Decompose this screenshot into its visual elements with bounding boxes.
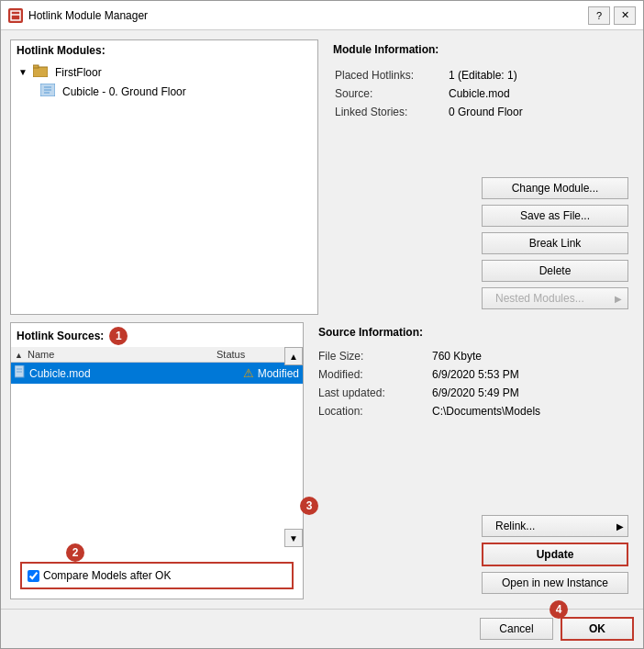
linked-stories-label: Linked Stories:	[335, 106, 445, 118]
tree-item-firstfloor[interactable]: ▼ FirstFloor	[15, 62, 314, 82]
badge-1: 1	[109, 327, 128, 345]
source-info-header: Source Information:	[313, 322, 634, 341]
change-module-button[interactable]: Change Module...	[482, 177, 628, 199]
badge-2: 2	[66, 543, 84, 562]
module-icon	[40, 84, 55, 99]
badge-4: 4	[550, 600, 568, 619]
relink-label: Relink...	[495, 520, 535, 532]
hotlink-modules-header: Hotlink Modules:	[11, 40, 317, 59]
footer-bar: 4 Cancel OK	[1, 609, 643, 648]
hotlink-modules-panel: Hotlink Modules: ▼ FirstFloor	[10, 39, 318, 315]
source-file-icon	[15, 365, 26, 381]
svg-rect-3	[33, 65, 39, 68]
placed-hotlinks-value: 1 (Editable: 1)	[449, 69, 627, 82]
source-action-buttons: 3 Relink... ▶ Update Open in new Instanc…	[313, 509, 634, 599]
filesize-value: 760 Kbyte	[432, 350, 628, 363]
modules-tree: ▼ FirstFloor	[11, 59, 317, 314]
app-icon	[8, 8, 23, 23]
module-info-header: Module Information:	[328, 39, 634, 58]
module-action-buttons: Change Module... Save as File... Break L…	[328, 172, 634, 315]
last-updated-label: Last updated:	[318, 386, 428, 399]
source-row-cubicle[interactable]: Cubicle.mod ⚠ Modified	[11, 363, 303, 384]
last-updated-value: 6/9/2020 5:49 PM	[432, 386, 628, 399]
main-content: Hotlink Modules: ▼ FirstFloor	[1, 30, 643, 609]
cubicle-label: Cubicle - 0. Ground Floor	[62, 85, 186, 98]
svg-rect-0	[11, 11, 20, 20]
help-button[interactable]: ?	[588, 6, 610, 25]
filesize-label: File Size:	[318, 350, 428, 363]
source-name: Cubicle.mod	[29, 367, 243, 380]
nested-modules-button[interactable]: Nested Modules... ▶	[482, 287, 628, 309]
badge-3: 3	[300, 497, 318, 515]
cancel-button[interactable]: Cancel	[480, 618, 553, 640]
scroll-down-arrow[interactable]: ▼	[284, 529, 303, 547]
svg-rect-2	[33, 67, 48, 77]
window-title: Hotlink Module Manager	[28, 9, 583, 22]
tree-item-cubicle[interactable]: Cubicle - 0. Ground Floor	[15, 82, 314, 101]
source-info-grid: File Size: 760 Kbyte Modified: 6/9/2020 …	[313, 344, 634, 423]
compare-models-label[interactable]: Compare Models after OK	[43, 569, 171, 582]
firstfloor-label: FirstFloor	[55, 66, 102, 79]
location-value: C:\Documents\Models	[432, 405, 628, 418]
name-column-header: ▲ Name	[15, 349, 217, 360]
save-as-file-button[interactable]: Save as File...	[482, 205, 628, 227]
chevron-right-icon: ▶	[615, 294, 622, 304]
top-panels: Hotlink Modules: ▼ FirstFloor	[10, 39, 634, 315]
sources-table-body: Cubicle.mod ⚠ Modified	[11, 363, 303, 553]
sources-table-header: ▲ Name Status	[11, 347, 303, 363]
nested-modules-label: Nested Modules...	[495, 292, 584, 305]
sort-up-icon: ▲	[15, 351, 23, 360]
source-info-section: Source Information: File Size: 760 Kbyte…	[313, 322, 634, 599]
update-button[interactable]: Update	[482, 543, 628, 566]
chevron-down-icon: ▼	[18, 67, 29, 77]
scroll-up-arrow[interactable]: ▲	[284, 347, 303, 365]
open-new-instance-button[interactable]: Open in new Instance	[482, 572, 628, 594]
modified-label: Modified:	[318, 368, 428, 381]
compare-checkbox-container: Compare Models after OK	[20, 562, 294, 589]
window-controls: ? ✕	[588, 6, 636, 25]
placed-hotlinks-label: Placed Hotlinks:	[335, 69, 445, 82]
delete-button[interactable]: Delete	[482, 260, 628, 282]
source-status: Modified	[258, 367, 299, 380]
source-value: Cubicle.mod	[449, 87, 627, 100]
hotlink-sources-panel: Hotlink Sources: 1 ▲ ▲ Name Status	[10, 322, 304, 599]
relink-button[interactable]: Relink... ▶	[482, 515, 628, 537]
location-label: Location:	[318, 405, 428, 418]
source-label: Source:	[335, 87, 445, 100]
module-info-section: Module Information: Placed Hotlinks: 1 (…	[328, 39, 634, 315]
hotlink-sources-header: Hotlink Sources: 1	[11, 323, 303, 347]
compare-section: 2 Compare Models after OK	[11, 553, 303, 599]
compare-models-checkbox[interactable]	[28, 570, 39, 582]
hotlink-module-manager-window: Hotlink Module Manager ? ✕ Hotlink Modul…	[0, 0, 644, 649]
svg-rect-8	[15, 365, 24, 377]
break-link-button[interactable]: Break Link	[482, 232, 628, 254]
relink-arrow-icon: ▶	[616, 521, 624, 532]
sources-header-label: Hotlink Sources:	[17, 330, 104, 342]
module-info-grid: Placed Hotlinks: 1 (Editable: 1) Source:…	[328, 62, 634, 126]
bottom-panels: Hotlink Sources: 1 ▲ ▲ Name Status	[10, 322, 634, 599]
titlebar: Hotlink Module Manager ? ✕	[1, 1, 643, 30]
module-info-panel: Module Information: Placed Hotlinks: 1 (…	[328, 39, 634, 166]
modified-value: 6/9/2020 5:53 PM	[432, 368, 628, 381]
source-info-spacer	[313, 423, 634, 509]
linked-stories-value: 0 Ground Floor	[449, 106, 627, 118]
close-button[interactable]: ✕	[614, 6, 636, 25]
ok-button[interactable]: OK	[561, 617, 634, 641]
folder-icon	[33, 64, 48, 80]
warning-icon: ⚠	[243, 366, 254, 380]
name-col-label: Name	[28, 349, 54, 360]
